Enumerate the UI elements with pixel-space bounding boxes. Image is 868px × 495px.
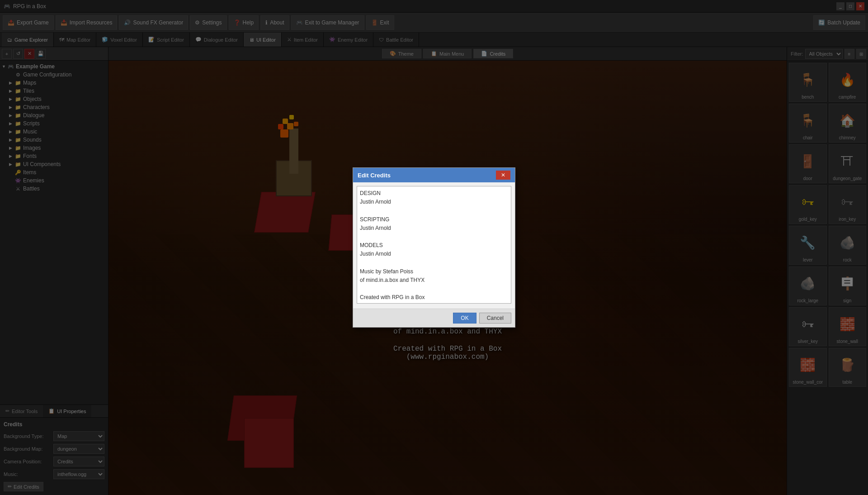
credits-textarea[interactable]: DESIGN Justin Arnold SCRIPTING Justin Ar… bbox=[357, 186, 511, 304]
modal-close-button[interactable]: ✕ bbox=[496, 171, 510, 180]
modal-title: Edit Credits bbox=[358, 172, 391, 179]
modal-cancel-button[interactable]: Cancel bbox=[479, 313, 511, 324]
modal-overlay: Edit Credits ✕ DESIGN Justin Arnold SCRI… bbox=[0, 0, 868, 495]
edit-credits-modal: Edit Credits ✕ DESIGN Justin Arnold SCRI… bbox=[353, 167, 515, 328]
modal-footer: OK Cancel bbox=[353, 309, 515, 327]
modal-header: Edit Credits ✕ bbox=[353, 168, 515, 182]
modal-body: DESIGN Justin Arnold SCRIPTING Justin Ar… bbox=[353, 182, 515, 309]
modal-ok-button[interactable]: OK bbox=[453, 313, 476, 324]
